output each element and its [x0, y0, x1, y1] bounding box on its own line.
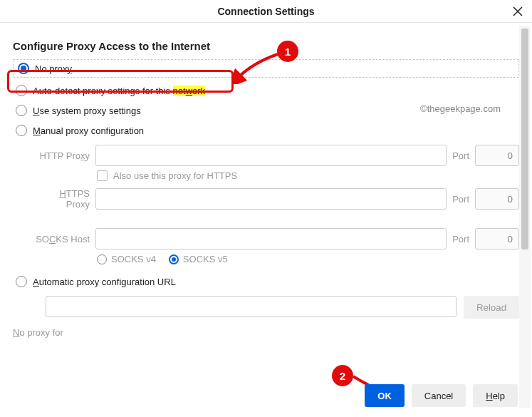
socks-port-label: Port	[452, 234, 469, 244]
https-proxy-input[interactable]	[95, 188, 447, 210]
option-manual-row[interactable]: Manual proxy configuration	[13, 120, 519, 140]
radio-manual[interactable]	[16, 125, 27, 136]
radio-socks-v4[interactable]	[97, 254, 107, 264]
http-proxy-row: HTTP Proxy Port	[34, 145, 519, 166]
http-proxy-label: HTTP Proxy	[34, 150, 90, 161]
http-proxy-input[interactable]	[95, 145, 447, 166]
annotation-badge-2: 2	[332, 365, 353, 386]
option-auto-detect-row[interactable]: Auto-detect proxy settings for this netw…	[13, 81, 519, 101]
radio-auto-url-label: Automatic proxy configuration URL	[33, 277, 176, 287]
https-proxy-label: HTTPS Proxy	[34, 188, 90, 210]
also-https-checkbox[interactable]	[97, 170, 108, 181]
socks-version-row: SOCKS v4 SOCKS v5	[97, 254, 519, 264]
https-proxy-row: HTTPS Proxy Port	[34, 188, 519, 210]
reload-button[interactable]: Reload	[464, 296, 519, 319]
radio-manual-label: Manual proxy configuration	[33, 125, 144, 136]
https-port-input[interactable]	[475, 188, 519, 210]
socks-v5-label: SOCKS v5	[183, 254, 228, 264]
radio-auto-url[interactable]	[16, 276, 27, 287]
http-port-input[interactable]	[475, 145, 519, 166]
help-button[interactable]: Help	[473, 384, 518, 407]
option-no-proxy-row[interactable]: No proxy	[13, 59, 519, 78]
dialog-footer: OK Cancel Help	[365, 384, 518, 407]
vertical-scrollbar[interactable]	[519, 26, 531, 408]
radio-auto-detect-label: Auto-detect proxy settings for this netw…	[33, 86, 205, 96]
dialog-header: Connection Settings	[0, 0, 532, 23]
section-title: Configure Proxy Access to the Internet	[13, 40, 519, 52]
also-https-label: Also use this proxy for HTTPS	[113, 170, 237, 181]
also-https-row[interactable]: Also use this proxy for HTTPS	[97, 170, 519, 181]
socks-host-row: SOCKS Host Port	[34, 228, 519, 249]
socks-host-label: SOCKS Host	[34, 234, 90, 244]
socks-host-input[interactable]	[95, 228, 447, 249]
http-port-label: Port	[452, 150, 469, 161]
option-auto-url-row[interactable]: Automatic proxy configuration URL	[13, 272, 519, 292]
annotation-badge-1: 1	[277, 41, 298, 62]
radio-no-proxy-label: No proxy	[35, 63, 72, 74]
socks-v4-option[interactable]: SOCKS v4	[97, 254, 156, 264]
auto-url-input[interactable]	[46, 296, 457, 317]
dialog-content: Configure Proxy Access to the Internet N…	[0, 23, 532, 383]
scrollbar-thumb[interactable]	[521, 29, 528, 249]
radio-system[interactable]	[16, 105, 27, 116]
socks-port-input[interactable]	[475, 228, 519, 249]
close-button[interactable]	[509, 3, 526, 20]
https-port-label: Port	[452, 194, 469, 205]
radio-auto-detect[interactable]	[16, 85, 27, 96]
close-icon	[513, 6, 523, 16]
ok-button[interactable]: OK	[365, 384, 405, 407]
cancel-button[interactable]: Cancel	[412, 384, 466, 407]
dialog-title: Connection Settings	[217, 6, 314, 17]
socks-v4-label: SOCKS v4	[111, 254, 156, 264]
auto-url-input-row: Reload	[34, 296, 519, 319]
radio-socks-v5[interactable]	[169, 254, 179, 264]
radio-system-label: Use system proxy settings	[33, 105, 141, 116]
watermark: ©thegeekpage.com	[420, 103, 501, 114]
radio-no-proxy[interactable]	[18, 63, 29, 74]
socks-v5-option[interactable]: SOCKS v5	[169, 254, 228, 264]
no-proxy-for-label: No proxy for	[13, 327, 519, 338]
